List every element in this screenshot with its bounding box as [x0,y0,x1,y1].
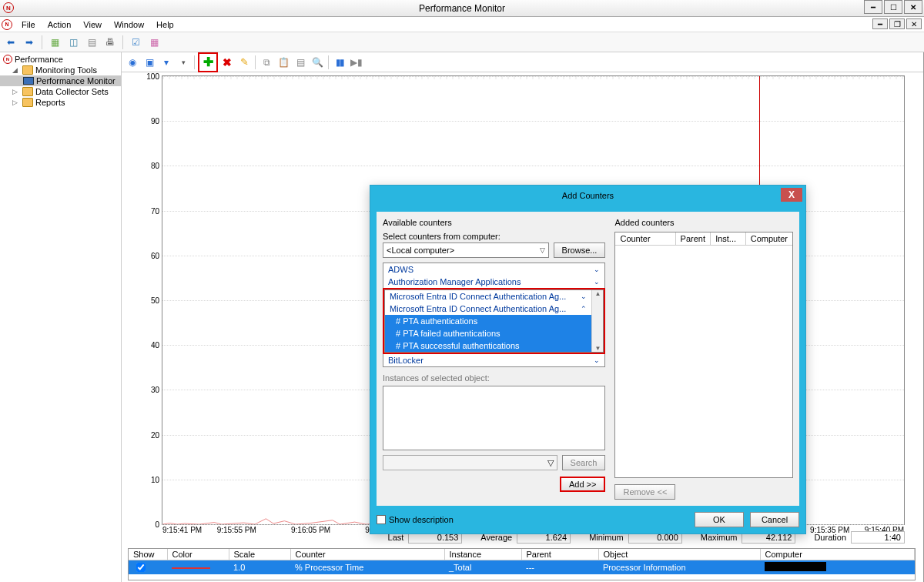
chevron-down-icon[interactable]: ⌄ [594,278,600,286]
dialog-titlebar[interactable]: Add Counters X [370,186,805,206]
stat-label-duration: Duration [814,533,846,542]
col-header[interactable]: Parent [676,232,711,245]
legend-color-swatch [172,567,210,569]
checkbox-icon[interactable] [377,515,386,524]
tree-node-monitoring-tools[interactable]: ◢ Monitoring Tools [0,65,121,75]
browse-button[interactable]: Browse... [554,242,606,258]
add-button[interactable]: Add >> [560,477,605,492]
tile-icon[interactable]: ▤ [84,35,99,50]
legend-header[interactable]: Scale [229,549,290,560]
legend-header[interactable]: Show [129,549,167,560]
counters-list[interactable]: Microsoft Entra ID Connect Authenticatio… [384,289,604,353]
zoom-icon[interactable]: 🔍 [310,55,325,70]
counter-item[interactable]: # PTA failed authentications [385,327,591,340]
counters-list-top[interactable]: ADWS ⌄ Authorization Manager Application… [383,263,605,288]
maximize-button[interactable]: ☐ [884,0,902,14]
counter-category[interactable]: BitLocker ⌄ [383,354,604,366]
update-button[interactable]: ▶▮ [349,55,364,70]
expand-icon[interactable]: ▷ [12,88,20,95]
paste-icon[interactable]: 📋 [276,55,291,70]
legend-header[interactable]: Parent [521,549,598,560]
computer-combo[interactable]: <Local computer> ▽ [383,242,549,258]
legend-parent: --- [521,560,598,575]
minimize-button[interactable]: ━ [864,0,882,14]
dialog-close-button[interactable]: X [781,188,802,202]
highlight-button[interactable]: ✎ [236,55,252,70]
ok-button[interactable]: OK [695,512,744,527]
menu-help[interactable]: Help [150,18,180,31]
scroll-down-icon[interactable]: ▼ [594,345,601,352]
cancel-button[interactable]: Cancel [750,512,799,527]
view-current-icon[interactable]: ◉ [125,55,140,70]
chart-type-icon[interactable]: ▾ [159,55,174,70]
scroll-up-icon[interactable]: ▲ [594,290,601,297]
chevron-icon[interactable]: ⌄ [581,293,587,300]
showhide-tree-icon[interactable]: ▦ [47,35,62,50]
legend-header[interactable]: Computer [760,549,915,560]
toolbar-separator [194,55,195,69]
col-header[interactable]: Counter [615,232,675,245]
y-tick-label: 60 [151,251,159,259]
scrollbar[interactable]: ▲ ▼ [591,290,603,352]
dropdown-icon[interactable]: ▾ [176,55,191,70]
remove-button[interactable]: Remove << [614,484,675,500]
options-icon[interactable]: ▦ [146,35,162,50]
properties-icon[interactable]: ☑ [128,35,143,50]
col-header[interactable]: Inst... [711,232,746,245]
tree-node-performance[interactable]: N Performance [0,54,121,65]
close-button[interactable]: ✕ [904,0,922,14]
legend-table[interactable]: Show Color Scale Counter Instance Parent… [128,548,916,580]
chevron-down-icon[interactable]: ⌄ [594,266,600,273]
menu-file[interactable]: File [15,18,42,31]
legend-header[interactable]: Object [598,549,760,560]
back-icon[interactable]: ⬅ [3,35,18,50]
chevron-icon[interactable]: ⌃ [581,305,587,313]
show-description-checkbox[interactable]: Show description [377,515,454,524]
chevron-down-icon[interactable]: ⌄ [594,356,600,364]
mdi-close-button[interactable]: ✕ [906,18,922,29]
export-icon[interactable]: 🖶 [102,35,118,50]
properties-icon[interactable]: ▤ [293,55,308,70]
mdi-minimize-button[interactable]: ━ [872,18,888,29]
new-window-icon[interactable]: ◫ [65,35,81,50]
tree-node-dcs[interactable]: ▷ Data Collector Sets [0,86,121,97]
menu-view[interactable]: View [77,18,108,31]
counter-item[interactable]: # PTA authentications [385,315,591,327]
counters-list-bottom[interactable]: BitLocker ⌄ [383,354,605,367]
legend-row[interactable]: 1.0 % Processor Time _Total --- Processo… [129,560,915,575]
legend-computer [760,560,915,575]
nav-tree[interactable]: N Performance ◢ Monitoring Tools Perform… [0,52,122,582]
counter-category[interactable]: Microsoft Entra ID Connect Authenticatio… [385,303,591,315]
col-header[interactable]: Computer [746,232,792,245]
performance-icon: N [3,55,12,64]
legend-header[interactable]: Instance [444,549,521,560]
search-button[interactable]: Search [562,455,606,470]
tree-node-perfmon[interactable]: Performance Monitor [0,75,121,86]
instance-search-combo[interactable]: ▽ [383,455,557,470]
copy-icon[interactable]: ⧉ [259,55,274,70]
add-counter-button[interactable]: ✚ [200,55,216,70]
mdi-restore-button[interactable]: ❐ [889,18,905,29]
add-counters-dialog: Add Counters X Available counters Select… [370,185,806,534]
forward-icon[interactable]: ➡ [22,35,37,50]
view-log-icon[interactable]: ▣ [142,55,157,70]
delete-counter-button[interactable]: ✖ [219,55,235,70]
added-counters-label: Added counters [614,218,793,227]
counter-category[interactable]: Authorization Manager Applications ⌄ [383,276,604,288]
toolbar-separator [328,55,329,69]
legend-header[interactable]: Counter [290,549,444,560]
counter-category[interactable]: Microsoft Entra ID Connect Authenticatio… [385,290,591,303]
counter-item[interactable]: # PTA successful authentications [385,340,591,352]
menu-action[interactable]: Action [42,18,78,31]
instances-listbox[interactable] [383,386,605,450]
counter-category[interactable]: ADWS ⌄ [383,263,604,276]
freeze-button[interactable]: ▮▮ [332,55,347,70]
legend-show-checkbox[interactable] [136,563,146,572]
legend-header[interactable]: Color [167,549,229,560]
tree-node-reports[interactable]: ▷ Reports [0,97,121,108]
expand-icon[interactable]: ▷ [12,99,20,106]
available-counters-label: Available counters [383,218,605,227]
collapse-icon[interactable]: ◢ [12,66,20,74]
menu-window[interactable]: Window [108,18,150,31]
added-counters-list[interactable]: Counter Parent Inst... Computer [614,232,793,478]
